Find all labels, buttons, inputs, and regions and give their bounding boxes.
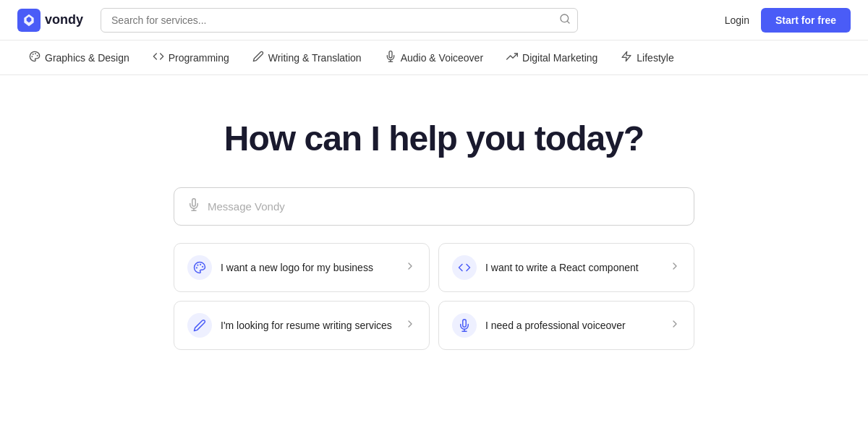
palette-icon	[29, 51, 41, 64]
logo-suggestion-icon	[187, 255, 212, 280]
message-placeholder: Message Vondy	[208, 200, 285, 213]
logo-text: vondy	[45, 12, 83, 27]
nav-label-graphics-design: Graphics & Design	[45, 52, 129, 64]
chevron-right-icon-logo	[404, 260, 416, 275]
nav-label-writing-translation: Writing & Translation	[268, 52, 362, 64]
suggestion-card-react[interactable]: I want to write a React component	[438, 243, 694, 292]
suggestion-card-logo[interactable]: I want a new logo for my business	[174, 243, 430, 292]
nav-label-programming: Programming	[169, 52, 229, 64]
suggestion-text-resume: I'm looking for resume writing services	[221, 320, 396, 331]
svg-point-14	[197, 268, 197, 268]
search-icon	[559, 13, 571, 27]
nav-item-lifestyle[interactable]: Lifestyle	[621, 48, 673, 67]
svg-point-11	[200, 265, 201, 265]
lightning-icon	[621, 51, 632, 64]
suggestion-text-logo: I want a new logo for my business	[221, 262, 396, 273]
svg-point-13	[197, 265, 198, 265]
svg-point-5	[32, 56, 33, 57]
start-for-free-button[interactable]: Start for free	[761, 8, 851, 33]
nav-bar: Graphics & Design Programming Writing & …	[0, 40, 868, 75]
pen-icon	[252, 51, 264, 64]
message-box[interactable]: Message Vondy	[174, 187, 694, 226]
nav-item-digital-marketing[interactable]: Digital Marketing	[506, 48, 597, 67]
chevron-right-icon-react	[669, 260, 681, 275]
nav-item-audio-voiceover[interactable]: Audio & Voiceover	[385, 48, 483, 67]
nav-label-lifestyle: Lifestyle	[637, 52, 673, 64]
nav-item-programming[interactable]: Programming	[153, 48, 229, 67]
nav-item-writing-translation[interactable]: Writing & Translation	[252, 48, 362, 67]
code-nav-icon	[153, 51, 164, 64]
search-input[interactable]	[101, 8, 578, 33]
code-suggestion-icon	[452, 255, 477, 280]
search-container	[101, 8, 578, 33]
nav-label-digital-marketing: Digital Marketing	[522, 52, 597, 64]
chevron-right-icon-voiceover	[669, 318, 681, 333]
mic-icon	[187, 198, 200, 215]
suggestion-card-resume[interactable]: I'm looking for resume writing services	[174, 301, 430, 350]
resume-suggestion-icon	[187, 313, 212, 338]
suggestion-text-react: I want to write a React component	[485, 262, 660, 273]
logo-icon	[17, 9, 41, 32]
chevron-right-icon-resume	[404, 318, 416, 333]
logo[interactable]: vondy	[17, 9, 83, 32]
nav-label-audio-voiceover: Audio & Voiceover	[401, 52, 483, 64]
headline: How can I help you today?	[224, 119, 644, 158]
main-content: How can I help you today? Message Vondy	[0, 75, 868, 364]
header-actions: Login Start for free	[725, 8, 851, 33]
svg-point-4	[33, 54, 33, 55]
svg-point-2	[35, 54, 36, 54]
suggestions-grid: I want a new logo for my business I want…	[174, 243, 694, 350]
mic-nav-icon	[385, 51, 396, 64]
svg-marker-8	[622, 51, 631, 61]
header: vondy Login Start for free	[0, 0, 868, 40]
svg-line-1	[567, 21, 569, 23]
login-button[interactable]: Login	[725, 14, 749, 26]
suggestion-card-voiceover[interactable]: I need a professional voiceover	[438, 301, 694, 350]
nav-item-graphics-design[interactable]: Graphics & Design	[29, 48, 129, 67]
svg-point-3	[37, 56, 38, 56]
message-box-wrap: Message Vondy	[174, 187, 694, 226]
trending-icon	[506, 51, 518, 64]
voiceover-suggestion-icon	[452, 313, 477, 338]
svg-point-12	[203, 267, 203, 268]
suggestion-text-voiceover: I need a professional voiceover	[485, 320, 660, 331]
